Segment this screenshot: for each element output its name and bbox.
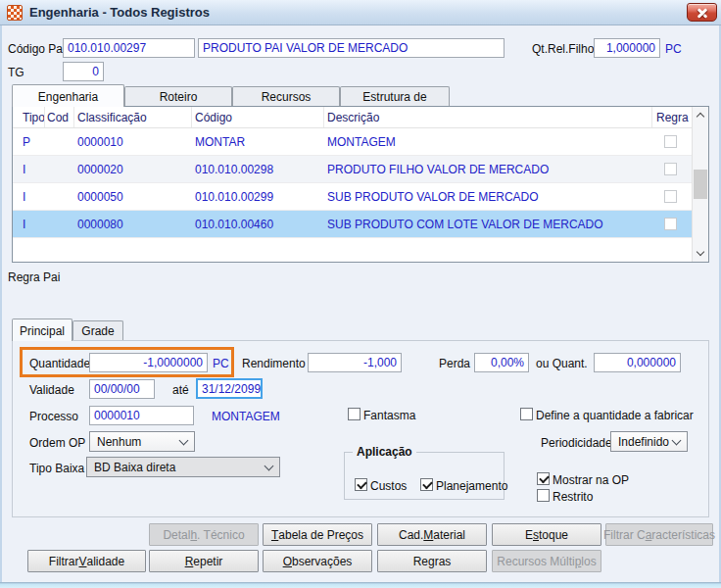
cell-tipo: I: [13, 190, 45, 204]
tg-input[interactable]: 0: [63, 62, 104, 81]
processo-label: Processo: [29, 410, 78, 423]
restrito-checkbox[interactable]: [537, 489, 550, 502]
col-header-codigo: Código: [192, 107, 324, 127]
processo-desc: MONTAGEM: [212, 410, 280, 423]
ou-quant-label: ou Quant.: [536, 357, 588, 370]
cell-classificacao: 0000050: [74, 190, 192, 204]
window-title: Engenharia - Todos Registros: [29, 5, 210, 20]
codigo-pai-input[interactable]: 010.010.00297: [63, 38, 195, 58]
codigo-pai-desc-input[interactable]: PRODUTO PAI VALOR DE MERCADO: [198, 38, 505, 58]
engenharia-window: Engenharia - Todos Registros Código Pai …: [0, 0, 721, 588]
table-row[interactable]: I 0000050 010.010.00299 SUB PRODUTO VALO…: [13, 183, 708, 211]
tabela-de-precos-button[interactable]: Tabela de Preços: [263, 523, 372, 546]
col-header-tipo: Tipo: [13, 107, 45, 127]
perda-input[interactable]: 0,00%: [474, 353, 529, 372]
aplicacao-legend: Aplicação: [353, 445, 416, 459]
ordem-op-value: Nenhum: [97, 435, 141, 449]
define-quantidade-label: Define a quantidade a fabricar: [536, 409, 694, 422]
cell-descricao: SUB PRODUTO COM LOTE VALOR DE MERCADO: [324, 218, 652, 231]
perda-label: Perda: [439, 357, 470, 370]
mostrar-na-op-label: Mostrar na OP: [553, 473, 629, 487]
validade-ate-value: 31/12/2099: [202, 382, 261, 396]
regra-checkbox[interactable]: [664, 190, 677, 203]
planejamento-checkbox[interactable]: [420, 478, 433, 491]
col-header-cod: Cod: [45, 107, 74, 127]
cell-codigo: 010.010.00298: [192, 163, 324, 176]
recursos-multiplos-button: Recursos Múltiplos: [492, 550, 601, 572]
detalh-tecnico-button: Detalh. Técnico: [149, 523, 259, 546]
regra-checkbox[interactable]: [664, 163, 677, 175]
tipo-baixa-select[interactable]: BD Baixa direta: [86, 457, 280, 477]
qt-rel-filho-unit: PC: [665, 42, 682, 56]
cell-descricao: MONTAGEM: [324, 135, 652, 149]
col-header-classificacao: Classificação: [74, 107, 192, 127]
qt-rel-filho-input[interactable]: 1,000000: [594, 38, 660, 58]
estoque-button[interactable]: Estoque: [492, 523, 601, 546]
cell-codigo: MONTAR: [192, 135, 324, 149]
window-border-bottom: [0, 582, 721, 588]
titlebar: Engenharia - Todos Registros: [0, 0, 721, 25]
scroll-down-button[interactable]: [693, 245, 708, 262]
tab-engenharia[interactable]: Engenharia: [12, 84, 124, 107]
vertical-scrollbar[interactable]: [692, 107, 708, 262]
table-row-selected[interactable]: I 0000080 010.010.00460 SUB PRODUTO COM …: [13, 211, 708, 238]
fantasma-checkbox[interactable]: [348, 408, 360, 420]
table-row[interactable]: P 0000010 MONTAR MONTAGEM: [13, 128, 708, 156]
processo-input[interactable]: 0000010: [89, 406, 194, 425]
tab-recursos[interactable]: Recursos: [232, 86, 340, 106]
close-icon: [697, 7, 708, 19]
define-quantidade-checkbox[interactable]: [520, 408, 533, 420]
quantidade-input[interactable]: -1,0000000: [89, 353, 208, 372]
ou-quant-input[interactable]: 0,000000: [594, 353, 681, 372]
regra-checkbox[interactable]: [664, 218, 677, 230]
fantasma-label: Fantasma: [363, 409, 415, 422]
custos-checkbox[interactable]: [355, 478, 367, 491]
app-icon: [7, 5, 23, 21]
mostrar-na-op-checkbox[interactable]: [537, 472, 550, 485]
ordem-op-select[interactable]: Nenhum: [89, 431, 195, 452]
cell-codigo: 010.010.00299: [192, 190, 324, 204]
cell-descricao: PRODUTO FILHO VALOR DE MERCADO: [324, 163, 652, 176]
tipo-baixa-value: BD Baixa direta: [94, 461, 175, 474]
cell-classificacao: 0000080: [74, 218, 192, 231]
cell-classificacao: 0000010: [74, 135, 192, 149]
custos-label: Custos: [370, 479, 407, 493]
validade-input[interactable]: 00/00/00: [89, 379, 155, 399]
close-button[interactable]: [687, 3, 717, 22]
qt-rel-filho-label: Qt.Rel.Filho: [532, 42, 594, 56]
table-row[interactable]: I 0000020 010.010.00298 PRODUTO FILHO VA…: [13, 156, 708, 183]
rendimento-input[interactable]: -1,000: [308, 353, 402, 372]
validade-label: Validade: [29, 383, 74, 397]
filtrar-caracteristicas-button: Filtrar Características: [605, 523, 713, 546]
regra-checkbox[interactable]: [664, 135, 677, 148]
planejamento-label: Planejamento: [436, 479, 507, 493]
tab-grade[interactable]: Grade: [72, 320, 123, 340]
rendimento-label: Rendimento: [242, 357, 306, 370]
cell-tipo: I: [13, 163, 45, 176]
validade-ate-input[interactable]: 31/12/2099: [196, 378, 263, 399]
chevron-down-icon: [672, 435, 682, 445]
periodicidade-select[interactable]: Indefinido: [610, 431, 688, 452]
regras-button[interactable]: Regras: [377, 550, 487, 572]
window-border-left: [0, 25, 2, 588]
restrito-label: Restrito: [553, 490, 593, 504]
tab-principal[interactable]: Principal: [12, 318, 72, 341]
quantidade-unit: PC: [213, 357, 229, 370]
scroll-up-button[interactable]: [693, 107, 708, 123]
tipo-baixa-label: Tipo Baixa: [29, 462, 84, 475]
col-header-descricao: Descrição: [324, 107, 652, 127]
tab-estrutura-de-produto[interactable]: Estrutura de Produto: [340, 86, 450, 106]
cell-codigo: 010.010.00460: [192, 218, 324, 231]
repetir-button[interactable]: Repetir: [149, 550, 259, 572]
observacoes-button[interactable]: Observações: [263, 550, 372, 572]
cell-tipo: P: [13, 135, 45, 149]
cad-material-button[interactable]: Cad. Material: [377, 523, 487, 546]
engenharia-table: Tipo Cod Classificação Código Descrição …: [12, 106, 709, 263]
tg-label: TG: [8, 66, 24, 79]
filtrar-validade-button[interactable]: Filtrar Validade: [27, 550, 146, 572]
regra-pai-label: Regra Pai: [8, 270, 60, 284]
scrollbar-thumb[interactable]: [694, 170, 707, 199]
cell-tipo: I: [13, 218, 45, 231]
tab-roteiro[interactable]: Roteiro: [124, 86, 232, 106]
periodicidade-value: Indefinido: [618, 435, 669, 449]
